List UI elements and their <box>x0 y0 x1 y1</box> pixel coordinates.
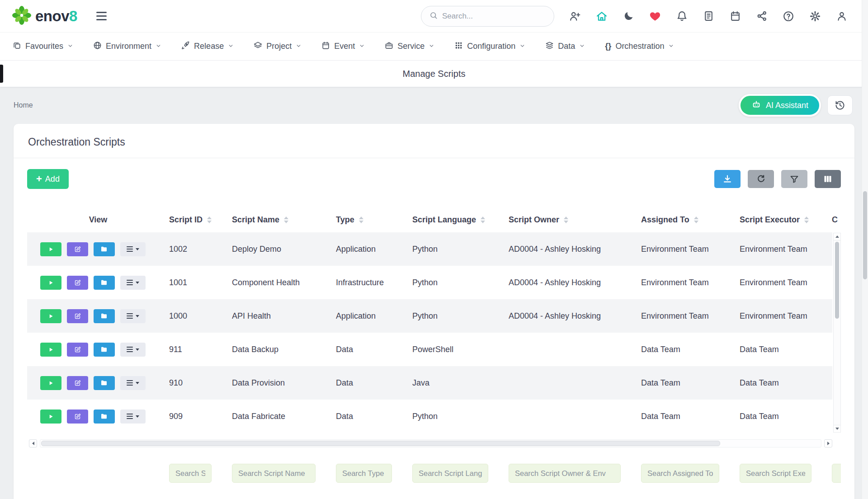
sort-icon[interactable] <box>359 217 363 223</box>
filter-assigned-to-input[interactable] <box>641 464 719 483</box>
filter-type-input[interactable] <box>336 464 392 483</box>
add-button[interactable]: + Add <box>27 169 69 189</box>
row-menu-button[interactable] <box>120 343 146 357</box>
ai-assistant-button[interactable]: AI Assistant <box>739 94 821 117</box>
nav-item-service[interactable]: Service <box>385 41 434 52</box>
help-button[interactable] <box>782 10 795 23</box>
settings-button[interactable] <box>809 10 821 23</box>
sort-icon[interactable] <box>694 217 698 223</box>
scroll-up-button[interactable] <box>834 233 840 240</box>
column-header-script-id[interactable]: Script ID <box>169 215 232 225</box>
caret-down-icon <box>136 382 139 384</box>
brand-logo[interactable]: enov8 <box>12 5 77 27</box>
horizontal-scroll-track[interactable] <box>40 439 821 447</box>
column-header-script-language[interactable]: Script Language <box>412 215 509 225</box>
dark-mode-button[interactable] <box>622 10 635 23</box>
edit-script-button[interactable] <box>67 343 88 357</box>
page-scrollbar[interactable] <box>862 0 868 499</box>
edit-script-button[interactable] <box>67 376 88 390</box>
share-button[interactable] <box>755 10 768 23</box>
nav-item-configuration[interactable]: Configuration <box>454 41 525 52</box>
page-scroll-thumb[interactable] <box>863 191 867 279</box>
filter-extra-input[interactable] <box>832 464 841 483</box>
nav-item-data[interactable]: Data <box>545 41 585 52</box>
columns-button[interactable] <box>815 170 841 188</box>
chevron-down-icon <box>519 42 525 51</box>
open-script-button[interactable] <box>94 309 115 323</box>
profile-button[interactable] <box>835 10 848 23</box>
sort-icon[interactable] <box>481 217 485 223</box>
sort-icon[interactable] <box>564 217 568 223</box>
edit-script-button[interactable] <box>67 309 88 323</box>
nav-item-release[interactable]: Release <box>181 41 234 52</box>
column-header-type[interactable]: Type <box>336 215 412 225</box>
row-actions <box>27 242 169 256</box>
user-icon <box>836 10 848 22</box>
filter-script-language-input[interactable] <box>412 464 488 483</box>
header-icon-row <box>569 10 848 23</box>
open-script-button[interactable] <box>94 376 115 390</box>
user-plus-button[interactable] <box>569 10 581 23</box>
edit-script-button[interactable] <box>67 242 88 256</box>
calendar-button[interactable] <box>729 10 741 23</box>
filter-script-name-input[interactable] <box>232 464 316 483</box>
run-script-button[interactable] <box>40 276 61 290</box>
rocket-icon <box>181 41 190 52</box>
reports-button[interactable] <box>702 10 715 23</box>
run-script-button[interactable] <box>40 410 61 424</box>
scroll-left-button[interactable] <box>29 439 37 447</box>
open-script-button[interactable] <box>94 242 115 256</box>
open-script-button[interactable] <box>94 410 115 424</box>
horizontal-scroll-thumb[interactable] <box>41 441 720 446</box>
sort-icon[interactable] <box>804 217 809 223</box>
row-menu-button[interactable] <box>120 410 146 424</box>
nav-item-event[interactable]: Event <box>321 41 365 52</box>
sidebar-handle[interactable] <box>0 65 3 83</box>
edit-script-button[interactable] <box>67 410 88 424</box>
refresh-button[interactable] <box>748 170 774 188</box>
nav-item-project[interactable]: Project <box>254 41 302 52</box>
table-vertical-scrollbar[interactable] <box>833 233 841 433</box>
column-header-script-name[interactable]: Script Name <box>232 215 336 225</box>
nav-item-favourites[interactable]: Favourites <box>13 41 73 52</box>
cell-type: Data <box>336 378 412 388</box>
row-menu-button[interactable] <box>120 276 146 290</box>
scroll-down-button[interactable] <box>834 425 840 432</box>
nav-item-orchestration[interactable]: Orchestration <box>605 42 674 51</box>
column-header-script-executor[interactable]: Script Executor <box>740 215 832 225</box>
play-icon <box>48 247 53 252</box>
chevron-down-icon <box>579 42 585 51</box>
vertical-scroll-track[interactable] <box>834 240 840 425</box>
sort-icon[interactable] <box>207 217 212 223</box>
home-button[interactable] <box>595 10 608 23</box>
filter-script-owner-input[interactable] <box>509 464 621 483</box>
favourites-heart-button[interactable] <box>649 10 661 23</box>
run-script-button[interactable] <box>40 343 61 357</box>
filter-script-id-input[interactable] <box>169 464 212 483</box>
play-icon <box>48 414 53 419</box>
vertical-scroll-thumb[interactable] <box>835 242 839 319</box>
export-button[interactable] <box>714 170 741 188</box>
filter-script-executor-input[interactable] <box>740 464 811 483</box>
row-menu-button[interactable] <box>120 309 146 323</box>
nav-item-environment[interactable]: Environment <box>93 41 161 52</box>
column-header-assigned-to[interactable]: Assigned To <box>641 215 740 225</box>
run-script-button[interactable] <box>40 309 61 323</box>
open-script-button[interactable] <box>94 343 115 357</box>
notifications-button[interactable] <box>675 10 688 23</box>
row-menu-button[interactable] <box>120 242 146 256</box>
menu-toggle-button[interactable] <box>96 12 107 20</box>
sort-icon[interactable] <box>284 217 288 223</box>
history-button[interactable] <box>827 95 853 115</box>
column-header-script-owner[interactable]: Script Owner <box>509 215 641 225</box>
breadcrumb[interactable]: Home <box>14 101 33 109</box>
edit-script-button[interactable] <box>67 276 88 290</box>
run-script-button[interactable] <box>40 242 61 256</box>
row-menu-button[interactable] <box>120 376 146 390</box>
scroll-right-button[interactable] <box>824 439 832 447</box>
table-horizontal-scrollbar[interactable] <box>29 439 832 447</box>
open-script-button[interactable] <box>94 276 115 290</box>
run-script-button[interactable] <box>40 376 61 390</box>
filter-button[interactable] <box>781 170 807 188</box>
search-input[interactable] <box>442 12 546 21</box>
